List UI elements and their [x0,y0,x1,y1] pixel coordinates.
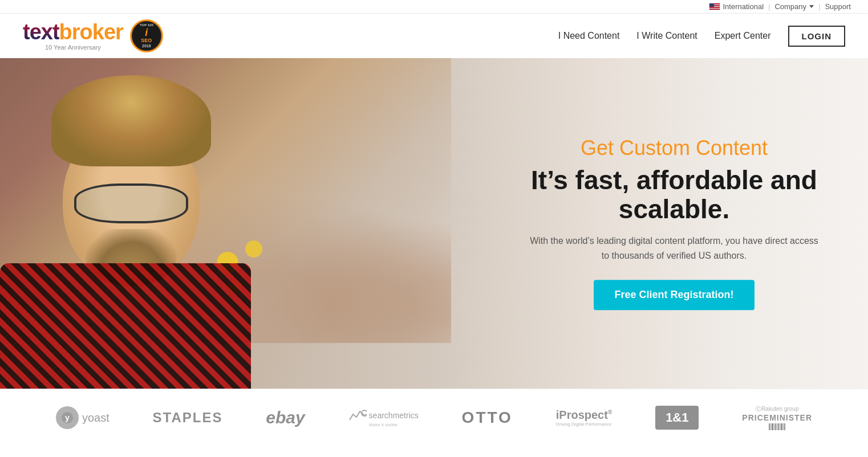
person-shirt [0,263,251,389]
hero-section: Get Custom Content It’s fast, affordable… [0,58,868,389]
iprospect-sub: Driving Digital Performance [556,422,611,427]
logo-yoast: y yoast [56,406,109,429]
top-bar: International | Company | Support [0,0,868,14]
otto-label: OTTO [462,409,513,427]
priceminister-label: PRICEMINISTER [742,413,812,422]
company-label: Company [774,2,806,11]
barcode-icon [769,423,785,430]
logo-broker-part: broker [59,20,123,44]
logo-1and1: 1&1 [655,406,699,430]
sticky-note-2 [245,240,262,258]
logo-area: textbroker 10 Year Anniversary TOP 100 i… [23,19,163,52]
searchmetrics-sub: Make it visible [369,422,398,427]
hero-description: With the world’s leading digital content… [526,234,822,263]
international-label: International [723,2,764,11]
hero-content: Get Custom Content It’s fast, affordable… [526,136,822,310]
login-button[interactable]: LOGIN [788,26,846,47]
badge-year: 2018 [142,44,151,48]
badge-i: i [145,27,148,38]
logo-iprospect: iProspect® Driving Digital Performance [556,409,613,427]
ebay-label: ebay [266,408,305,427]
logo-rakuten: ⒸRakuten group PRICEMINISTER [742,405,812,430]
logos-bar: y yoast STAPLES ebay searchmetrics Make … [0,389,868,446]
award-badge: TOP 100 i SEO 2018 [130,19,163,52]
svg-text:y: y [65,413,70,422]
logo-otto: OTTO [462,409,513,427]
logo-subtitle: 10 Year Anniversary [23,44,123,51]
nav-expert-center[interactable]: Expert Center [715,31,771,41]
separator-2: | [818,2,820,11]
us-flag-icon [709,3,720,10]
support-label: Support [825,2,851,11]
logo-text: textbroker [23,21,123,43]
logo-text-part: text [23,20,59,44]
yoast-label: yoast [82,411,109,425]
person-glasses-left [74,183,188,223]
hero-subtitle: Get Custom Content [526,136,822,160]
logo-ebay: ebay [266,408,305,427]
hero-person-area [0,58,451,389]
searchmetrics-icon [348,409,367,422]
nav-write-content[interactable]: I Write Content [636,31,697,41]
separator-1: | [768,2,770,11]
main-nav: I Need Content I Write Content Expert Ce… [558,26,845,47]
person-hair [51,75,211,166]
cta-registration-button[interactable]: Free Client Registration! [594,280,754,311]
logo-text-container[interactable]: textbroker 10 Year Anniversary [23,21,123,51]
company-dropdown[interactable]: Company [774,2,814,11]
staples-label: STAPLES [153,410,223,426]
iprospect-label: iProspect® [556,409,613,422]
logo-staples: STAPLES [153,410,223,426]
hero-title: It’s fast, affordable and scalable. [526,166,822,223]
chevron-down-icon [809,5,814,8]
badge-seo: SEO [141,38,152,44]
yoast-icon: y [56,406,79,429]
international-selector[interactable]: International [709,2,764,11]
logo-searchmetrics: searchmetrics Make it visible [348,409,419,427]
nav-need-content[interactable]: I Need Content [558,31,620,41]
rakuten-group-label: ⒸRakuten group [756,405,799,413]
header: textbroker 10 Year Anniversary TOP 100 i… [0,14,868,58]
support-link[interactable]: Support [825,2,851,11]
searchmetrics-label: searchmetrics [369,411,419,420]
oneandone-label: 1&1 [655,406,699,430]
